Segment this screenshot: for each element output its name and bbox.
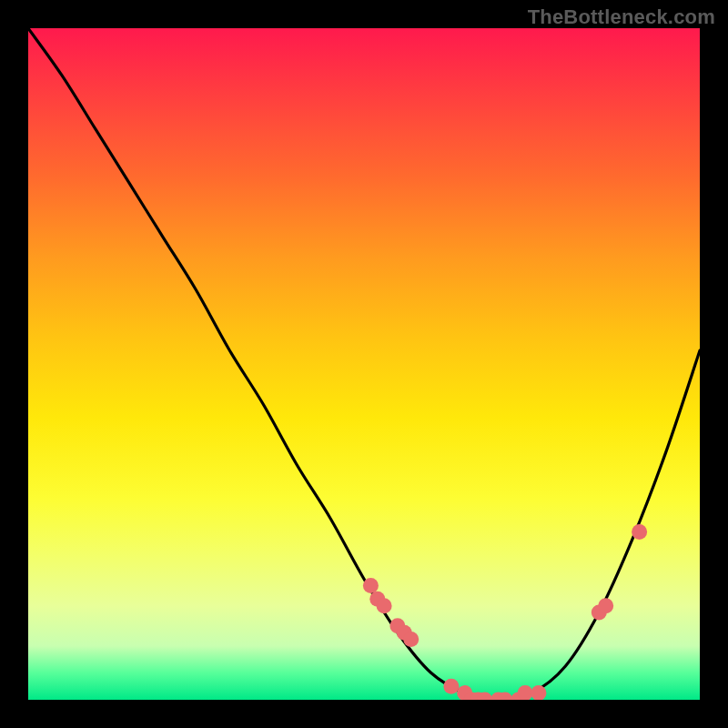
highlight-dot — [518, 685, 533, 700]
plot-area — [28, 28, 700, 700]
highlight-dot — [443, 679, 459, 694]
chart-frame: TheBottleneck.com — [0, 0, 728, 728]
highlight-dot — [377, 598, 392, 613]
highlight-dots-group — [363, 524, 647, 700]
bottleneck-curve — [28, 28, 700, 700]
highlight-dot — [363, 578, 379, 593]
highlight-dot — [598, 598, 613, 613]
curve-layer — [28, 28, 700, 700]
highlight-dot — [403, 632, 419, 647]
highlight-dot — [632, 524, 647, 540]
watermark-text: TheBottleneck.com — [528, 5, 715, 29]
